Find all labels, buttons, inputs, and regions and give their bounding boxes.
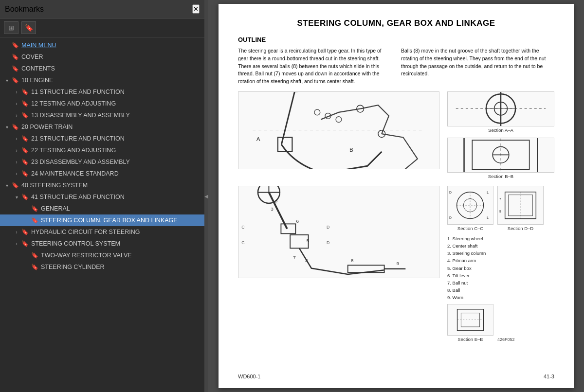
svg-text:8: 8 — [499, 209, 501, 213]
bookmark-icon-11-struct: 🔖 — [20, 89, 29, 95]
svg-text:A: A — [256, 136, 260, 142]
svg-text:D: D — [327, 225, 329, 230]
expand-arrow-hydraulic: › — [13, 230, 20, 235]
bookmark-icon-cover: 🔖 — [11, 53, 19, 60]
expand-arrow-41-struct: ▾ — [13, 195, 20, 200]
document-page: STEERING COLUMN, GEAR BOX AND LINKAGE OU… — [219, 4, 574, 388]
bookmark-icon-21-struct: 🔖 — [20, 135, 29, 142]
page-footer: WD600-1 41-3 — [238, 374, 554, 379]
sidebar-item-cover[interactable]: 🔖COVER — [0, 51, 204, 63]
section-dd-caption: Section D–D — [497, 226, 544, 231]
bookmark-icon-24-maint: 🔖 — [20, 170, 29, 177]
svg-text:5: 5 — [307, 238, 310, 243]
sidebar-item-two-way[interactable]: 🔖TWO-WAY RESTRICTOR VALVE — [0, 249, 204, 261]
svg-text:L: L — [487, 215, 489, 219]
sidebar-label-41-struct: 41 STRUCTURE AND FUNCTION — [31, 194, 201, 200]
sidebar-label-two-way: TWO-WAY RESTRICTOR VALVE — [41, 252, 201, 259]
bookmark-icon-contents: 🔖 — [11, 65, 19, 72]
svg-text:7: 7 — [293, 255, 296, 260]
expand-arrow-steering-cyl — [22, 265, 30, 270]
parts-list-item: 9. Worn — [447, 294, 554, 301]
sidebar-item-general[interactable]: 🔖GENERAL — [0, 203, 204, 214]
parts-list-item: 5. Gear box — [447, 265, 554, 272]
sidebar-item-13-disasm[interactable]: ›🔖13 DISASSEMBLY AND ASSEMBLY — [0, 109, 204, 121]
main-diagram-image: A B B A — [238, 91, 439, 169]
expand-arrow-cover — [3, 54, 11, 60]
expand-arrow-steering-col — [22, 218, 30, 223]
sidebar-item-23-disasm[interactable]: ›🔖23 DISASSEMBLY AND ASSEMBLY — [0, 156, 204, 168]
sidebar-label-21-struct: 21 STRUCTURE AND FUNCTION — [31, 135, 201, 142]
sidebar-item-41-struct[interactable]: ▾🔖41 STRUCTURE AND FUNCTION — [0, 191, 204, 203]
section-aa-container: Section A–A — [447, 91, 554, 133]
bookmark-icon-two-way: 🔖 — [30, 252, 39, 259]
svg-text:D: D — [327, 240, 329, 245]
sidebar-item-40-steering[interactable]: ▾🔖40 STEERING SYSTEM — [0, 179, 204, 191]
close-button[interactable]: ✕ — [192, 4, 200, 14]
expand-arrow-21-struct: › — [13, 136, 20, 142]
bookmark-icon-23-disasm: 🔖 — [20, 159, 29, 165]
lower-main-svg: 1 3 6 5 4 8 9 2 7 C C D — [238, 186, 439, 278]
outline-col1: The steering gear is a recirculating bal… — [238, 47, 391, 86]
footer-right: 41-3 — [544, 374, 554, 379]
sidebar-item-12-test[interactable]: ›🔖12 TESTING AND ADJUSTING — [0, 98, 204, 109]
sidebar-item-steering-col[interactable]: 🔖STEERING COLUMN, GEAR BOX AND LINKAGE — [0, 214, 204, 226]
sidebar-item-steering-cyl[interactable]: 🔖STEERING CYLINDER — [0, 261, 204, 273]
bookmark-icon-hydraulic: 🔖 — [20, 229, 29, 235]
sidebar-label-steering-col: STEERING COLUMN, GEAR BOX AND LINKAGE — [41, 217, 201, 224]
section-dd-image: 7 8 — [497, 186, 544, 225]
expand-arrow-23-disasm: › — [13, 160, 20, 165]
sidebar-item-21-struct[interactable]: ›🔖21 STRUCTURE AND FUNCTION — [0, 133, 204, 144]
footer-left: WD600-1 — [238, 374, 260, 379]
parts-list-item: 4. Pitman arm — [447, 257, 554, 264]
section-dd-wrap: 7 8 Section D–D — [497, 186, 544, 231]
section-cc-caption: Section C–C — [447, 226, 493, 231]
parts-list-item: 1. Steering wheel — [447, 235, 554, 242]
section-cc-wrap: D L D L Section C–C — [447, 186, 493, 231]
sidebar-label-cover: COVER — [21, 53, 201, 60]
section-cc-dd-container: D L D L Section C–C — [447, 186, 554, 231]
bookmark-icon-steering-ctrl: 🔖 — [20, 240, 29, 247]
expand-arrow-20-power: ▾ — [3, 125, 11, 130]
svg-text:3: 3 — [271, 206, 274, 212]
resize-handle[interactable] — [204, 0, 208, 392]
bookmark-icon-12-test: 🔖 — [20, 100, 29, 107]
main-diagram-svg: A B B A — [238, 91, 439, 169]
sidebar-item-contents[interactable]: 🔖CONTENTS — [0, 63, 204, 74]
grid-view-button[interactable]: ⊞ — [4, 21, 18, 34]
expand-arrow-main-menu — [3, 43, 11, 48]
section-bb-svg — [448, 138, 554, 173]
outline-col2: Balls (8) move in the nut groove of the … — [401, 47, 554, 86]
parts-list-item: 3. Steering column — [447, 249, 554, 257]
svg-text:D: D — [449, 215, 452, 219]
bookmark-icon-steering-col: 🔖 — [30, 217, 39, 224]
sidebar-item-10-engine[interactable]: ▾🔖10 ENGINE — [0, 74, 204, 86]
upper-diagram-area: A B B A — [238, 91, 554, 179]
expand-arrow-contents — [3, 66, 11, 71]
bottom-right: D L D L Section C–C — [447, 186, 554, 342]
bookmark-view-button[interactable]: 🔖 — [21, 21, 36, 34]
section-cc-image: D L D L — [447, 186, 493, 225]
sidebar-item-steering-ctrl[interactable]: ›🔖STEERING CONTROL SYSTEM — [0, 238, 204, 249]
sidebar-label-contents: CONTENTS — [21, 65, 201, 72]
svg-text:1: 1 — [256, 186, 259, 186]
sidebar-item-hydraulic[interactable]: ›🔖HYDRAULIC CIRCUIT FOR STEERING — [0, 226, 204, 238]
section-ee-image — [447, 304, 493, 336]
svg-text:D: D — [449, 190, 452, 194]
sidebar: Bookmarks ✕ ⊞ 🔖 🔖MAIN MENU 🔖COVER 🔖CONTE… — [0, 0, 204, 392]
expand-arrow-10-engine: ▾ — [3, 78, 11, 83]
expand-arrow-22-test: › — [13, 148, 20, 153]
svg-rect-25 — [238, 186, 439, 278]
sidebar-item-main-menu[interactable]: 🔖MAIN MENU — [0, 39, 204, 51]
sidebar-item-24-maint[interactable]: ›🔖24 MAINTENANCE STANDARD — [0, 168, 204, 179]
svg-text:B: B — [349, 146, 353, 153]
sidebar-item-20-power[interactable]: ▾🔖20 POWER TRAIN — [0, 121, 204, 133]
svg-text:C: C — [241, 240, 244, 245]
outline-content: The steering gear is a recirculating bal… — [238, 47, 554, 86]
section-bb-caption: Section B–B — [447, 174, 554, 179]
sidebar-item-11-struct[interactable]: ›🔖11 STRUCTURE AND FUNCTION — [0, 86, 204, 98]
bookmark-icon-10-engine: 🔖 — [11, 77, 19, 84]
expand-arrow-general — [22, 206, 30, 212]
sidebar-label-13-disasm: 13 DISASSEMBLY AND ASSEMBLY — [31, 112, 201, 119]
svg-text:8: 8 — [351, 258, 354, 263]
sidebar-item-22-test[interactable]: ›🔖22 TESTING AND ADJUSTING — [0, 144, 204, 156]
